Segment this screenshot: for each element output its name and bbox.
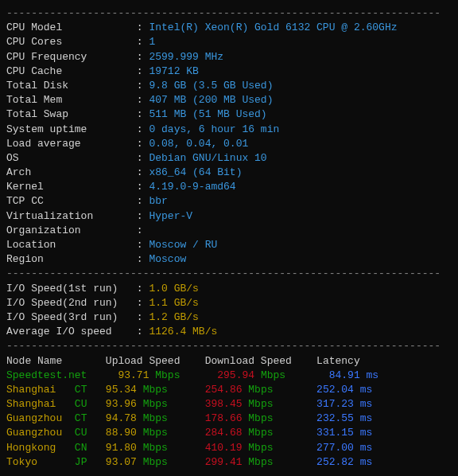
speed-node: Guangzhou (6, 427, 75, 439)
sysinfo-label: Arch (6, 166, 137, 178)
download-unit: Mbps (261, 369, 329, 381)
sysinfo-row: Total Mem : 407 MB (200 MB Used) (6, 93, 452, 107)
upload-value: 93.71 (118, 369, 155, 381)
download-unit: Mbps (248, 384, 316, 396)
speed-node: Guangzhou (6, 412, 75, 424)
divider-bottom: ----------------------------------------… (6, 470, 452, 476)
sysinfo-label: Location (6, 239, 137, 251)
speed-row: Shanghai CU 93.96 Mbps 398.45 Mbps 317.2… (6, 397, 452, 412)
sysinfo-row: CPU Model : Intel(R) Xeon(R) Gold 6132 C… (6, 21, 452, 35)
upload-unit: Mbps (155, 369, 217, 381)
download-unit: Mbps (248, 442, 316, 454)
upload-value: 94.78 (106, 412, 143, 424)
download-value: 398.45 (205, 398, 249, 410)
sysinfo-label: TCP CC (6, 195, 137, 207)
io-row: Average I/O speed : 1126.4 MB/s (6, 325, 452, 339)
sysinfo-row: CPU Cores : 1 (6, 35, 452, 49)
divider-mid2: ----------------------------------------… (6, 339, 452, 353)
sysinfo-label: Organization (6, 224, 137, 236)
speed-node: Shanghai (6, 398, 75, 410)
sysinfo-value: 1 (149, 36, 155, 48)
speed-row: Hongkong CN 91.80 Mbps 410.19 Mbps 277.0… (6, 441, 452, 455)
sysinfo-row: Total Disk : 9.8 GB (3.5 GB Used) (6, 79, 452, 93)
sysinfo-row: OS : Debian GNU/Linux 10 (6, 151, 452, 166)
sysinfo-row: Arch : x86_64 (64 Bit) (6, 166, 452, 180)
latency-value: 252.04 ms (316, 384, 372, 396)
colon: : (137, 21, 149, 33)
download-unit: Mbps (248, 456, 316, 468)
upload-value: 93.96 (106, 398, 143, 410)
sysinfo-value: 0 days, 6 hour 16 min (149, 123, 279, 135)
sysinfo-label: CPU Cache (6, 65, 137, 77)
sysinfo-row: Load average : 0.08, 0.04, 0.01 (6, 137, 452, 151)
latency-value: 277.00 ms (316, 442, 372, 454)
sysinfo-value: Debian GNU/Linux 10 (149, 152, 266, 164)
colon: : (137, 326, 149, 337)
sysinfo-row: Organization : (6, 224, 452, 238)
download-unit: Mbps (248, 427, 316, 439)
sysinfo-label: OS (6, 152, 137, 164)
sysinfo-label: Total Swap (6, 108, 137, 120)
io-row: I/O Speed(3rd run) : 1.2 GB/s (6, 310, 452, 325)
sysinfo-value: 511 MB (51 MB Used) (149, 108, 266, 120)
divider-mid1: ----------------------------------------… (6, 267, 452, 281)
colon: : (137, 283, 149, 295)
speed-node: Shanghai (6, 384, 75, 396)
col-upload: Upload Speed (106, 355, 205, 367)
col-node: Node Name (6, 355, 106, 367)
colon: : (137, 36, 149, 48)
io-label: Average I/O speed (6, 326, 137, 337)
sysinfo-row: CPU Frequency : 2599.999 MHz (6, 50, 452, 64)
col-download: Download Speed (205, 355, 316, 367)
speed-row: Guangzhou CT 94.78 Mbps 178.66 Mbps 232.… (6, 412, 452, 426)
colon: : (137, 297, 149, 309)
sysinfo-label: Virtualization (6, 210, 137, 222)
sysinfo-label: Load average (6, 138, 137, 150)
latency-value: 232.55 ms (316, 412, 372, 424)
sysinfo-row: Location : Moscow / RU (6, 238, 452, 252)
io-label: I/O Speed(2nd run) (6, 297, 137, 309)
upload-value: 91.80 (106, 442, 143, 454)
download-value: 178.66 (205, 412, 249, 424)
sysinfo-value: Moscow / RU (149, 239, 217, 251)
colon: : (137, 152, 149, 164)
download-value: 284.68 (205, 427, 249, 439)
speed-row: Speedtest.net 93.71 Mbps 295.94 Mbps 84.… (6, 369, 452, 383)
sysinfo-row: Virtualization : Hyper-V (6, 209, 452, 224)
colon: : (137, 210, 149, 222)
download-value: 254.86 (205, 384, 249, 396)
sysinfo-value: 19712 KB (149, 65, 198, 77)
colon: : (137, 239, 149, 251)
io-label: I/O Speed(1st run) (6, 283, 137, 295)
speed-header-row: Node Name Upload Speed Download Speed La… (6, 354, 452, 369)
colon: : (137, 80, 149, 92)
io-label: I/O Speed(3rd run) (6, 311, 137, 323)
sysinfo-value: Hyper-V (149, 210, 192, 222)
latency-value: 317.23 ms (316, 398, 372, 410)
upload-unit: Mbps (143, 384, 205, 396)
speed-tag: JP (75, 456, 106, 468)
latency-value: 84.91 ms (329, 369, 378, 381)
latency-value: 252.82 ms (316, 456, 372, 468)
speed-row: Tokyo JP 93.07 Mbps 299.41 Mbps 252.82 m… (6, 455, 452, 470)
io-speed-block: I/O Speed(1st run) : 1.0 GB/sI/O Speed(2… (6, 282, 452, 340)
upload-unit: Mbps (143, 456, 205, 468)
download-value: 299.41 (205, 456, 249, 468)
sysinfo-row: System uptime : 0 days, 6 hour 16 min (6, 123, 452, 137)
speed-node: Tokyo (6, 456, 75, 468)
sysinfo-row: Region : Moscow (6, 252, 452, 267)
download-unit: Mbps (248, 412, 316, 424)
sysinfo-label: CPU Cores (6, 36, 137, 48)
sysinfo-label: Kernel (6, 181, 137, 193)
sysinfo-label: System uptime (6, 123, 137, 135)
sysinfo-value: 2599.999 MHz (149, 51, 223, 63)
latency-value: 331.15 ms (316, 427, 372, 439)
download-value: 410.19 (205, 442, 249, 454)
colon: : (137, 181, 149, 193)
upload-unit: Mbps (143, 412, 205, 424)
sysinfo-row: Kernel : 4.19.0-9-amd64 (6, 180, 452, 194)
io-value: 1.0 GB/s (149, 283, 198, 295)
colon: : (137, 138, 149, 150)
io-value: 1126.4 MB/s (149, 326, 217, 337)
speed-tag: CU (75, 427, 106, 439)
